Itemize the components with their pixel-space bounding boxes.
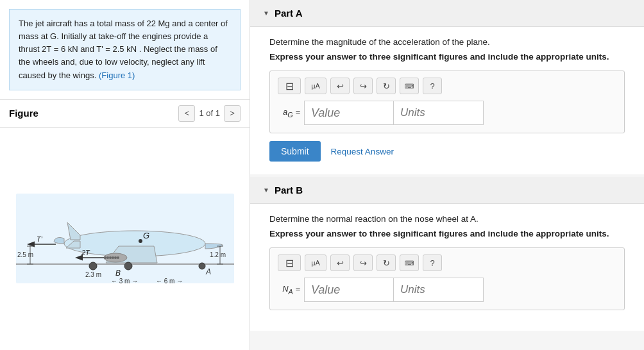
keyboard-button-b[interactable]: ⌨ (400, 254, 419, 271)
part-a-answer-row: aG = (278, 101, 616, 125)
svg-text:T': T' (37, 235, 43, 243)
figure-image: G A B T' 2T (0, 128, 250, 350)
part-b-value-input[interactable] (304, 278, 394, 302)
part-a-submit-button[interactable]: Submit (269, 141, 321, 162)
figure-link[interactable]: (Figure 1) (99, 71, 135, 80)
refresh-button-a[interactable]: ↻ (377, 78, 396, 94)
svg-point-13 (199, 263, 205, 269)
undo-button-a[interactable]: ↩ (330, 78, 350, 94)
part-b-collapse-icon[interactable]: ▼ (263, 187, 269, 194)
svg-text:2T: 2T (81, 249, 90, 256)
part-b-toolbar: ⊟ μA ↩ ↪ ↻ ⌨ ? (278, 254, 616, 271)
part-a-label: aG = (278, 107, 300, 119)
svg-point-8 (114, 256, 117, 259)
part-a-section: ▼ Part A Determine the magnitude of the … (250, 0, 644, 174)
svg-point-14 (89, 262, 97, 270)
left-panel: The jet aircraft has a total mass of 22 … (0, 0, 250, 350)
prev-button[interactable]: < (178, 105, 195, 122)
airplane-diagram: G A B T' 2T (16, 194, 234, 283)
part-b-answer-box: ⊟ μA ↩ ↪ ↻ ⌨ ? NA = (269, 247, 625, 310)
part-a-instruction: Express your answer to three significant… (269, 52, 625, 62)
problem-text-box: The jet aircraft has a total mass of 22 … (9, 9, 241, 90)
part-b-header: ▼ Part B (250, 177, 644, 204)
redo-button-a[interactable]: ↪ (353, 78, 373, 94)
part-b-instruction: Express your answer to three significant… (269, 229, 625, 238)
redo-button-b[interactable]: ↪ (353, 254, 373, 271)
figure-nav: < 1 of 1 > (178, 105, 241, 122)
svg-text:← 6 m →: ← 6 m → (156, 278, 183, 283)
part-b-units-input[interactable] (394, 278, 484, 302)
svg-point-9 (117, 256, 119, 259)
part-a-collapse-icon[interactable]: ▼ (263, 10, 269, 17)
help-button-b[interactable]: ? (423, 254, 442, 271)
part-b-body: Determine the normal reaction on the nos… (250, 204, 644, 331)
right-panel: ▼ Part A Determine the magnitude of the … (250, 0, 644, 350)
part-a-request-link[interactable]: Request Answer (331, 147, 394, 156)
nav-counter: 1 of 1 (199, 108, 220, 118)
figure-area: Figure < 1 of 1 > (0, 99, 250, 350)
part-b-section: ▼ Part B Determine the normal reaction o… (250, 177, 644, 331)
part-a-toolbar: ⊟ μA ↩ ↪ ↻ ⌨ ? (278, 78, 616, 94)
svg-text:2.5 m: 2.5 m (17, 251, 33, 258)
next-button[interactable]: > (224, 105, 241, 122)
undo-button-b[interactable]: ↩ (330, 254, 350, 271)
part-b-question: Determine the normal reaction on the nos… (269, 214, 625, 224)
figure-label: Figure (9, 108, 178, 119)
svg-text:G: G (143, 231, 149, 240)
keyboard-button-a[interactable]: ⌨ (400, 78, 419, 94)
part-a-title: Part A (275, 8, 303, 19)
refresh-button-b[interactable]: ↻ (377, 254, 396, 271)
svg-text:A: A (205, 267, 211, 276)
part-a-action-row: Submit Request Answer (269, 141, 625, 162)
matrix-button-a[interactable]: ⊟ (278, 78, 301, 94)
svg-point-4 (104, 256, 106, 259)
part-b-answer-row: NA = (278, 278, 616, 302)
svg-text:B: B (115, 269, 121, 278)
part-a-body: Determine the magnitude of the accelerat… (250, 27, 644, 174)
svg-text:← 3 m →: ← 3 m → (111, 278, 138, 283)
part-a-header: ▼ Part A (250, 0, 644, 27)
svg-point-11 (139, 239, 142, 243)
svg-text:2.3 m: 2.3 m (85, 271, 101, 278)
mu-button-a[interactable]: μA (305, 78, 326, 94)
svg-point-12 (124, 262, 132, 270)
svg-point-7 (112, 256, 114, 259)
part-b-title: Part B (275, 185, 303, 196)
svg-point-6 (109, 256, 112, 259)
part-b-label: NA = (278, 284, 300, 296)
mu-button-b[interactable]: μA (305, 254, 326, 271)
part-a-answer-box: ⊟ μA ↩ ↪ ↻ ⌨ ? aG = (269, 71, 625, 133)
help-button-a[interactable]: ? (423, 78, 442, 94)
part-a-question: Determine the magnitude of the accelerat… (269, 37, 625, 47)
svg-text:1.2 m: 1.2 m (210, 251, 226, 258)
part-a-value-input[interactable] (304, 101, 394, 125)
figure-header: Figure < 1 of 1 > (0, 99, 250, 128)
part-a-units-input[interactable] (394, 101, 484, 125)
matrix-button-b[interactable]: ⊟ (278, 254, 301, 271)
svg-point-5 (106, 256, 109, 259)
